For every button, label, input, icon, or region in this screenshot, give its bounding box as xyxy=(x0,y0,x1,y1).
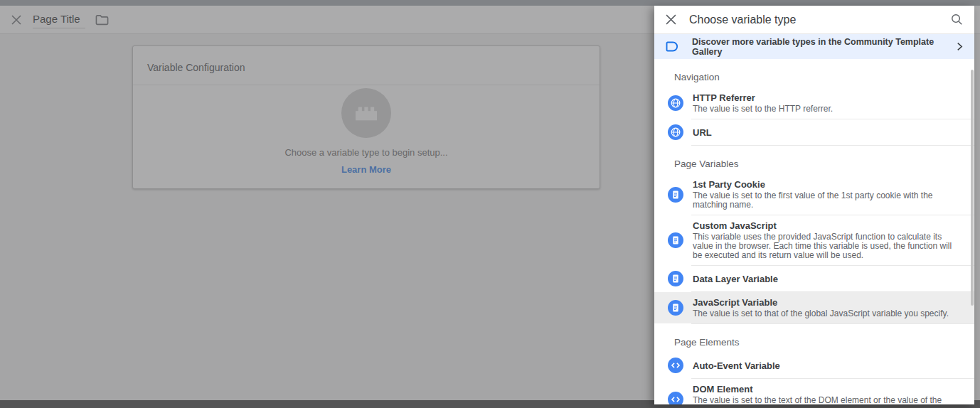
variable-type-title: HTTP Referrer xyxy=(693,92,833,103)
variable-type-text: HTTP ReferrerThe value is set to the HTT… xyxy=(693,92,833,114)
variable-type-title: DOM Element xyxy=(693,384,963,394)
variable-type-data-layer-variable[interactable]: Data Layer Variable xyxy=(654,266,974,291)
variable-type-text: Custom JavaScriptThis variable uses the … xyxy=(693,220,963,260)
variable-type-text: JavaScript VariableThe value is set to t… xyxy=(693,297,949,318)
variable-type-title: Data Layer Variable xyxy=(693,274,778,284)
globe-icon xyxy=(668,124,683,140)
choose-variable-type-panel: Choose variable type Discover more varia… xyxy=(654,6,974,404)
document-icon xyxy=(668,232,683,248)
variable-type-auto-event-variable[interactable]: Auto-Event Variable xyxy=(654,353,974,378)
section-label-page-variables: Page Variables xyxy=(654,146,974,174)
variable-type-title: 1st Party Cookie xyxy=(693,179,963,190)
variable-type-title: URL xyxy=(693,127,712,138)
variable-type-text: URL xyxy=(693,127,712,138)
variable-type-dom-element[interactable]: DOM ElementThe value is set to the text … xyxy=(654,379,974,404)
chevron-right-icon xyxy=(957,42,963,51)
panel-title: Choose variable type xyxy=(689,14,951,26)
document-icon xyxy=(668,187,683,203)
variable-type-title: Custom JavaScript xyxy=(693,220,963,231)
search-icon[interactable] xyxy=(951,14,963,26)
variable-type-list: NavigationHTTP ReferrerThe value is set … xyxy=(654,59,974,404)
code-icon xyxy=(668,358,683,373)
document-icon xyxy=(668,300,683,316)
panel-close-icon[interactable] xyxy=(666,14,676,25)
screen: Page Title Variable Configuration xyxy=(0,0,980,408)
variable-type-text: DOM ElementThe value is set to the text … xyxy=(693,384,963,404)
variable-type-description: The value is set to the text of the DOM … xyxy=(693,396,963,404)
document-icon xyxy=(668,271,683,286)
variable-type-description: The value is set to the first value of t… xyxy=(693,191,963,210)
variable-type-text: Auto-Event Variable xyxy=(693,360,780,371)
template-gallery-icon xyxy=(666,41,679,52)
community-gallery-banner[interactable]: Discover more variable types in the Comm… xyxy=(654,34,974,59)
panel-header: Choose variable type xyxy=(654,6,974,34)
variable-type-title: JavaScript Variable xyxy=(693,297,949,308)
banner-text: Discover more variable types in the Comm… xyxy=(692,37,957,57)
scrollbar-thumb[interactable] xyxy=(971,70,974,306)
variable-type-description: The value is set to the HTTP referrer. xyxy=(693,104,833,114)
variable-type-title: Auto-Event Variable xyxy=(693,360,780,371)
variable-type-description: The value is set to that of the global J… xyxy=(693,309,949,318)
variable-type-url[interactable]: URL xyxy=(654,119,974,145)
variable-type-text: 1st Party CookieThe value is set to the … xyxy=(693,179,963,210)
globe-icon xyxy=(668,95,683,111)
variable-type-http-referrer[interactable]: HTTP ReferrerThe value is set to the HTT… xyxy=(654,87,974,119)
code-icon xyxy=(668,392,683,405)
variable-type-description: This variable uses the provided JavaScri… xyxy=(693,232,963,260)
section-label-navigation: Navigation xyxy=(654,59,974,87)
variable-type-text: Data Layer Variable xyxy=(693,274,778,284)
variable-type-javascript-variable[interactable]: JavaScript VariableThe value is set to t… xyxy=(654,292,974,323)
variable-type-1st-party-cookie[interactable]: 1st Party CookieThe value is set to the … xyxy=(654,174,974,215)
variable-type-custom-javascript[interactable]: Custom JavaScriptThis variable uses the … xyxy=(654,215,974,265)
section-label-page-elements: Page Elements xyxy=(654,324,974,353)
